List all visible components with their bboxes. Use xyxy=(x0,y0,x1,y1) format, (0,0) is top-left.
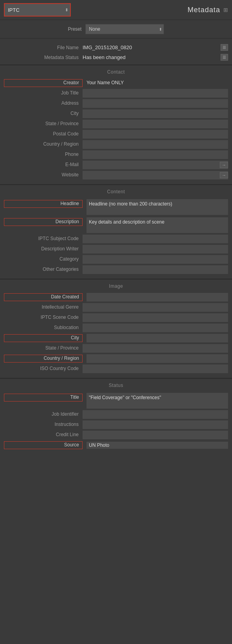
metadata-status-row: Metadata Status Has been changed ☰ xyxy=(0,52,232,62)
instructions-input[interactable] xyxy=(83,420,228,429)
date-created-label: Date Created xyxy=(4,293,83,301)
city-image-input[interactable] xyxy=(87,334,228,342)
filter-icon[interactable]: ⊞ xyxy=(223,7,228,13)
title-label: Title xyxy=(4,394,83,402)
sublocation-input[interactable] xyxy=(83,324,228,332)
country-image-input[interactable] xyxy=(87,354,228,363)
iptc-subject-label: IPTC Subject Code xyxy=(4,236,83,242)
description-writer-label: Description Writer xyxy=(4,246,83,252)
file-name-label: File Name xyxy=(4,45,83,50)
email-input[interactable] xyxy=(83,161,218,169)
form-row-postal-contact: Postal Code xyxy=(0,129,232,139)
address-label: Address xyxy=(4,100,83,107)
phone-label: Phone xyxy=(4,152,83,158)
form-row-iptc-subject: IPTC Subject Code xyxy=(0,234,232,244)
contact-section-title: Contact xyxy=(0,69,232,75)
state-image-input[interactable] xyxy=(83,344,228,353)
form-row-city-image: City xyxy=(0,333,232,343)
intellectual-genre-input[interactable] xyxy=(83,303,228,312)
creator-label: Creator xyxy=(4,79,83,87)
form-row-job-identifier: Job Identifier xyxy=(0,409,232,420)
address-input[interactable] xyxy=(83,99,228,108)
city-contact-input[interactable] xyxy=(83,109,228,118)
form-row-source: Source UN Photo xyxy=(0,440,232,450)
header: IPTC Metadata ⊞ xyxy=(0,0,232,20)
credit-line-input[interactable] xyxy=(83,431,228,439)
preset-select[interactable]: None xyxy=(85,24,164,34)
iso-country-label: ISO Country Code xyxy=(4,366,83,372)
preset-selector[interactable]: None xyxy=(85,24,164,34)
form-row-state-contact: State / Province xyxy=(0,119,232,129)
date-created-input[interactable] xyxy=(87,293,228,302)
iptc-subject-input[interactable] xyxy=(83,235,228,243)
form-row-phone: Phone xyxy=(0,150,232,160)
job-title-label: Job Title xyxy=(4,90,83,96)
form-row-country-contact: Country / Region xyxy=(0,139,232,150)
form-row-description: Description Key details and description … xyxy=(0,216,232,234)
job-title-input[interactable] xyxy=(83,89,228,98)
email-label: E-Mail xyxy=(4,162,83,168)
website-input[interactable] xyxy=(83,171,218,180)
content-section: Content Headline Headline (no more than … xyxy=(0,185,232,279)
city-contact-label: City xyxy=(4,111,83,117)
description-value: Key details and description of scene xyxy=(87,217,228,233)
file-info-section: File Name IMG_20151208_0820 ☰ Metadata S… xyxy=(0,39,232,65)
state-image-label: State / Province xyxy=(4,345,83,352)
metadata-status-icon[interactable]: ☰ xyxy=(221,54,228,61)
postal-contact-label: Postal Code xyxy=(4,131,83,137)
category-input[interactable] xyxy=(83,255,228,264)
form-row-description-writer: Description Writer xyxy=(0,244,232,254)
iptc-selector[interactable]: IPTC xyxy=(4,3,71,17)
file-name-value: IMG_20151208_0820 xyxy=(83,44,132,50)
other-categories-input[interactable] xyxy=(83,265,228,274)
form-row-instructions: Instructions xyxy=(0,420,232,430)
source-value: UN Photo xyxy=(87,442,228,449)
iptc-select[interactable]: IPTC xyxy=(4,3,71,17)
form-row-city-contact: City xyxy=(0,109,232,119)
email-arrow-icon[interactable]: → xyxy=(220,162,228,168)
job-identifier-label: Job Identifier xyxy=(4,411,83,418)
source-label: Source xyxy=(4,441,83,449)
headline-label: Headline xyxy=(4,200,83,208)
form-row-title: Title "Field Coverage" or "Conferences" xyxy=(0,391,232,409)
postal-contact-input[interactable] xyxy=(83,130,228,139)
iso-country-input[interactable] xyxy=(83,365,228,373)
form-row-email: E-Mail → xyxy=(0,160,232,170)
description-label: Description xyxy=(4,218,83,226)
file-name-row: File Name IMG_20151208_0820 ☰ xyxy=(0,43,232,52)
form-row-sublocation: Sublocation xyxy=(0,323,232,333)
website-label: Website xyxy=(4,172,83,178)
website-arrow-icon[interactable]: → xyxy=(220,172,228,178)
form-row-other-categories: Other Categories xyxy=(0,265,232,275)
phone-input[interactable] xyxy=(83,150,228,159)
status-section: Status Title "Field Coverage" or "Confer… xyxy=(0,379,232,454)
creator-value: Your Name ONLY xyxy=(87,79,228,87)
instructions-label: Instructions xyxy=(4,422,83,428)
title-value: "Field Coverage" or "Conferences" xyxy=(87,393,228,409)
contact-section: Contact Creator Your Name ONLY Job Title… xyxy=(0,65,232,185)
form-row-job-title: Job Title xyxy=(0,88,232,98)
description-writer-input[interactable] xyxy=(83,245,228,254)
file-name-icon[interactable]: ☰ xyxy=(221,44,228,51)
form-row-address: Address xyxy=(0,98,232,109)
form-row-date-created: Date Created xyxy=(0,292,232,302)
job-identifier-input[interactable] xyxy=(83,410,228,419)
iptc-scene-label: IPTC Scene Code xyxy=(4,315,83,321)
form-row-headline: Headline Headline (no more than 200 char… xyxy=(0,198,232,216)
image-section: Image Date Created Intellectual Genre IP… xyxy=(0,279,232,379)
form-row-state-image: State / Province xyxy=(0,343,232,353)
city-image-label: City xyxy=(4,334,83,342)
metadata-status-value: Has been changed xyxy=(83,54,125,60)
intellectual-genre-label: Intellectual Genre xyxy=(4,304,83,311)
iptc-scene-input[interactable] xyxy=(83,313,228,322)
country-contact-input[interactable] xyxy=(83,140,228,149)
sublocation-label: Sublocation xyxy=(4,325,83,331)
preset-row: Preset None xyxy=(0,20,232,39)
header-left: IPTC xyxy=(4,3,71,17)
form-row-category: Category xyxy=(0,254,232,265)
state-contact-input[interactable] xyxy=(83,120,228,128)
image-section-title: Image xyxy=(0,283,232,289)
country-contact-label: Country / Region xyxy=(4,141,83,148)
content-section-title: Content xyxy=(0,189,232,194)
form-row-intellectual-genre: Intellectual Genre xyxy=(0,302,232,313)
